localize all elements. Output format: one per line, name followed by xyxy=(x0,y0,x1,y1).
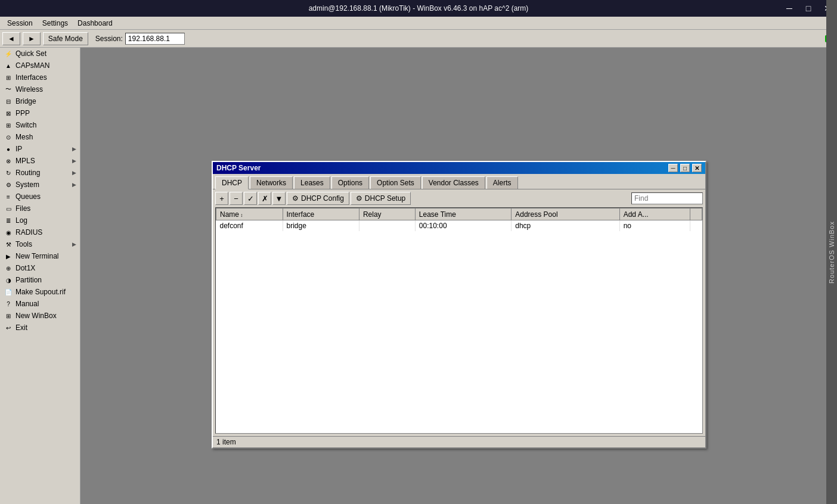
dhcp-tab-option-sets[interactable]: Option Sets xyxy=(370,176,421,189)
sidebar-label-switch: Switch xyxy=(16,121,76,129)
dhcp-tab-alerts[interactable]: Alerts xyxy=(486,176,518,189)
system-icon: ⚙ xyxy=(4,180,13,189)
col-header-interface[interactable]: Interface xyxy=(283,209,359,220)
menu-dashboard[interactable]: Dashboard xyxy=(73,18,117,29)
sidebar-item-routing[interactable]: ↻Routing▶ xyxy=(0,167,80,179)
sidebar-label-dot1x: Dot1X xyxy=(16,264,76,272)
sidebar-item-quick-set[interactable]: ⚡Quick Set xyxy=(0,48,80,60)
dhcp-find-input[interactable] xyxy=(631,192,703,204)
sidebar-item-ppp[interactable]: ⊠PPP xyxy=(0,107,80,119)
safe-mode-button[interactable]: Safe Mode xyxy=(43,32,88,45)
menu-session[interactable]: Session xyxy=(2,18,38,29)
cell-address-pool: dhcp xyxy=(512,220,619,231)
sidebar-label-system: System xyxy=(16,181,70,189)
sidebar-item-log[interactable]: ≣Log xyxy=(0,214,80,226)
minimize-button[interactable]: ─ xyxy=(780,0,799,17)
maximize-button[interactable]: □ xyxy=(799,0,818,17)
dhcp-config-btn[interactable]: ⚙ DHCP Config xyxy=(287,192,349,205)
cell-add-a...: no xyxy=(619,220,690,231)
dhcp-titlebar: DHCP Server ─ □ ✕ xyxy=(213,162,705,174)
sidebar-item-files[interactable]: ▭Files xyxy=(0,203,80,214)
dhcp-add-btn[interactable]: + xyxy=(215,192,228,205)
sidebar-label-wireless: Wireless xyxy=(16,85,76,94)
menu-bar: Session Settings Dashboard xyxy=(0,17,837,30)
sidebar-item-new-terminal[interactable]: ▶New Terminal xyxy=(0,250,80,262)
sidebar-item-tools[interactable]: ⚒Tools▶ xyxy=(0,238,80,250)
dhcp-enable-btn[interactable]: ✓ xyxy=(244,192,257,205)
col-header-extra xyxy=(690,209,702,220)
session-input[interactable] xyxy=(125,33,185,45)
sidebar-item-queues[interactable]: ≡Queues xyxy=(0,191,80,203)
sidebar-arrow-ip: ▶ xyxy=(72,146,76,152)
dhcp-disable-btn[interactable]: ✗ xyxy=(258,192,271,205)
sidebar-item-system[interactable]: ⚙System▶ xyxy=(0,179,80,191)
interfaces-icon: ⊞ xyxy=(4,73,13,82)
bridge-icon: ⊟ xyxy=(4,97,13,106)
sidebar-item-mpls[interactable]: ⊗MPLS▶ xyxy=(0,155,80,167)
dhcp-tab-leases[interactable]: Leases xyxy=(294,176,330,189)
dhcp-setup-btn[interactable]: ⚙ DHCP Setup xyxy=(351,192,411,205)
forward-button[interactable]: ► xyxy=(23,32,41,45)
dhcp-filter-btn[interactable]: ▼ xyxy=(272,192,286,205)
dhcp-table: Name ↕InterfaceRelayLease TimeAddress Po… xyxy=(216,208,702,231)
dot1x-icon: ⊕ xyxy=(4,263,13,273)
col-header-lease-time[interactable]: Lease Time xyxy=(415,209,511,220)
col-header-add-a...[interactable]: Add A... xyxy=(619,209,690,220)
sidebar-item-make-supout[interactable]: 📄Make Supout.rif xyxy=(0,286,80,298)
cell-lease-time: 00:10:00 xyxy=(415,220,511,231)
dhcp-table-body: defconfbridge00:10:00dhcpno xyxy=(216,220,702,231)
sidebar-item-interfaces[interactable]: ⊞Interfaces xyxy=(0,71,80,83)
sidebar-item-exit[interactable]: ↩Exit xyxy=(0,322,80,334)
sidebar-label-interfaces: Interfaces xyxy=(16,73,76,82)
dhcp-setup-icon: ⚙ xyxy=(356,194,362,203)
sidebar-item-wireless[interactable]: 〜Wireless xyxy=(0,83,80,95)
new-terminal-icon: ▶ xyxy=(4,251,13,261)
sidebar-label-bridge: Bridge xyxy=(16,97,76,105)
back-button[interactable]: ◄ xyxy=(2,32,20,45)
sidebar-item-bridge[interactable]: ⊟Bridge xyxy=(0,95,80,107)
menu-settings[interactable]: Settings xyxy=(38,18,73,29)
session-label: Session: xyxy=(95,35,123,43)
dhcp-tab-networks[interactable]: Networks xyxy=(250,176,293,189)
sidebar-item-capsman[interactable]: ▲CAPsMAN xyxy=(0,60,80,71)
switch-icon: ⊞ xyxy=(4,120,13,130)
sidebar-item-ip[interactable]: ●IP▶ xyxy=(0,143,80,155)
dhcp-server-window: DHCP Server ─ □ ✕ DHCPNetworksLeasesOpti… xyxy=(212,161,706,449)
col-header-name[interactable]: Name ↕ xyxy=(216,209,283,220)
sidebar-item-manual[interactable]: ?Manual xyxy=(0,298,80,310)
sidebar-label-mpls: MPLS xyxy=(16,157,70,165)
dhcp-tabs: DHCPNetworksLeasesOptionsOption SetsVend… xyxy=(213,174,705,189)
ppp-icon: ⊠ xyxy=(4,108,13,118)
sidebar-item-dot1x[interactable]: ⊕Dot1X xyxy=(0,262,80,274)
dhcp-maximize-btn[interactable]: □ xyxy=(680,164,690,172)
dhcp-status-bar: 1 item xyxy=(213,436,705,447)
sidebar-item-mesh[interactable]: ⊙Mesh xyxy=(0,131,80,143)
sidebar-item-switch[interactable]: ⊞Switch xyxy=(0,119,80,131)
dhcp-minimize-btn[interactable]: ─ xyxy=(668,164,678,172)
sidebar-label-quick-set: Quick Set xyxy=(16,49,76,58)
table-row[interactable]: defconfbridge00:10:00dhcpno xyxy=(216,220,702,231)
dhcp-tab-dhcp[interactable]: DHCP xyxy=(215,176,249,189)
cell-name: defconf xyxy=(216,220,283,231)
dhcp-item-count: 1 item xyxy=(216,438,236,446)
dhcp-window-controls: ─ □ ✕ xyxy=(667,164,702,172)
sidebar-label-ppp: PPP xyxy=(16,109,76,117)
sidebar-label-new-winbox: New WinBox xyxy=(16,312,76,320)
sidebar-label-log: Log xyxy=(16,216,76,225)
dhcp-tab-options[interactable]: Options xyxy=(331,176,369,189)
sidebar-item-partition[interactable]: ◑Partition xyxy=(0,274,80,286)
sidebar: ⚡Quick Set▲CAPsMAN⊞Interfaces〜Wireless⊟B… xyxy=(0,48,80,504)
dhcp-close-btn[interactable]: ✕ xyxy=(692,164,702,172)
toolbar: ◄ ► Safe Mode Session: xyxy=(0,30,837,48)
title-bar: admin@192.168.88.1 (MikroTik) - WinBox v… xyxy=(0,0,837,17)
routing-icon: ↻ xyxy=(4,168,13,178)
dhcp-remove-btn[interactable]: − xyxy=(230,192,243,205)
sidebar-item-radius[interactable]: ◉RADIUS xyxy=(0,226,80,238)
col-header-address-pool[interactable]: Address Pool xyxy=(512,209,619,220)
window-title: admin@192.168.88.1 (MikroTik) - WinBox v… xyxy=(309,4,529,13)
sidebar-item-new-winbox[interactable]: ⊞New WinBox xyxy=(0,310,80,322)
dhcp-tab-vendor-classes[interactable]: Vendor Classes xyxy=(422,176,485,189)
dhcp-window-title: DHCP Server xyxy=(216,164,261,172)
col-header-relay[interactable]: Relay xyxy=(359,209,415,220)
content-area: DHCP Server ─ □ ✕ DHCPNetworksLeasesOpti… xyxy=(80,48,837,504)
